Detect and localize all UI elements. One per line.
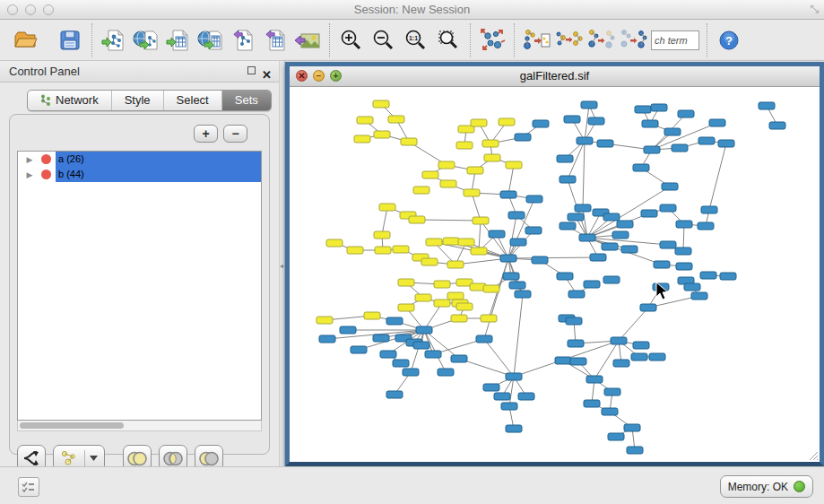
graph-node[interactable]	[506, 425, 522, 432]
graph-node[interactable]	[597, 140, 613, 147]
graph-node[interactable]	[483, 285, 499, 292]
export-image-button[interactable]	[291, 24, 324, 56]
graph-node[interactable]	[401, 138, 417, 145]
graph-node[interactable]	[503, 273, 519, 280]
graph-node[interactable]	[586, 376, 603, 383]
graph-node[interactable]	[456, 303, 473, 310]
graph-node[interactable]	[451, 355, 467, 362]
graph-node[interactable]	[568, 213, 584, 221]
graph-node[interactable]	[579, 234, 595, 241]
graph-node[interactable]	[413, 342, 429, 349]
graph-node[interactable]	[675, 248, 691, 255]
graph-node[interactable]	[557, 155, 573, 162]
graph-node[interactable]	[608, 433, 624, 440]
graph-node[interactable]	[501, 403, 517, 410]
graph-node[interactable]	[375, 247, 391, 254]
graph-node[interactable]	[425, 351, 441, 358]
graph-node[interactable]	[380, 351, 396, 358]
graph-node[interactable]	[635, 106, 651, 113]
graph-node[interactable]	[518, 393, 534, 400]
tab-style[interactable]: Style	[112, 91, 164, 110]
graph-node[interactable]	[525, 227, 542, 234]
graph-node[interactable]	[464, 189, 480, 196]
graph-node[interactable]	[510, 239, 526, 246]
panel-splitter[interactable]: ◂	[279, 61, 285, 466]
graph-node[interactable]	[386, 317, 403, 325]
graph-node[interactable]	[568, 291, 585, 298]
graph-node[interactable]	[447, 261, 464, 268]
graph-node[interactable]	[633, 164, 649, 171]
memory-status-button[interactable]: Memory: OK	[720, 475, 813, 498]
graph-node[interactable]	[456, 142, 473, 149]
graph-node[interactable]	[526, 196, 542, 203]
graph-node[interactable]	[482, 140, 499, 147]
tab-select[interactable]: Select	[164, 91, 222, 110]
scrollbar-thumb[interactable]	[20, 422, 124, 429]
graph-node[interactable]	[467, 167, 483, 174]
graph-node[interactable]	[654, 261, 670, 268]
graph-node[interactable]	[476, 335, 492, 343]
graph-node[interactable]	[500, 255, 516, 262]
tab-sets[interactable]: Sets	[222, 91, 271, 110]
graph-node[interactable]	[403, 369, 419, 376]
open-session-button[interactable]	[9, 24, 41, 56]
graph-node[interactable]	[709, 119, 725, 126]
graph-node[interactable]	[559, 176, 576, 183]
graph-node[interactable]	[379, 204, 395, 211]
graph-node[interactable]	[373, 335, 389, 342]
new-network-from-selection-button[interactable]	[520, 24, 552, 56]
graph-node[interactable]	[631, 353, 647, 361]
list-item[interactable]: ▶ b (44)	[18, 167, 261, 182]
graph-node[interactable]	[483, 384, 499, 391]
graph-node[interactable]	[575, 204, 591, 212]
graph-node[interactable]	[640, 304, 656, 311]
graph-node[interactable]	[700, 272, 716, 279]
graph-node[interactable]	[398, 279, 414, 286]
graph-node[interactable]	[374, 231, 390, 239]
select-first-neighbors-button[interactable]	[552, 24, 585, 56]
graph-node[interactable]	[413, 187, 429, 194]
graph-node[interactable]	[555, 357, 571, 364]
expand-triangle-icon[interactable]: ▶	[18, 170, 41, 179]
graph-node[interactable]	[416, 326, 432, 334]
zoom-out-button[interactable]	[368, 24, 400, 56]
graph-node[interactable]	[642, 120, 658, 127]
graph-node[interactable]	[451, 315, 467, 322]
graph-node[interactable]	[584, 281, 600, 288]
list-item[interactable]: ▶ a (26)	[18, 152, 261, 167]
graph-node[interactable]	[577, 137, 593, 144]
graph-node[interactable]	[584, 400, 600, 407]
graph-node[interactable]	[533, 120, 549, 127]
graph-node[interactable]	[443, 238, 459, 245]
graph-node[interactable]	[769, 122, 785, 129]
graph-node[interactable]	[581, 101, 597, 109]
graph-node[interactable]	[506, 161, 522, 169]
remove-set-button[interactable]: −	[223, 125, 247, 143]
graph-node[interactable]	[676, 263, 692, 270]
graph-node[interactable]	[532, 256, 548, 264]
graph-node[interactable]	[506, 373, 522, 380]
graph-node[interactable]	[676, 221, 692, 228]
graph-node[interactable]	[415, 294, 431, 301]
graph-node[interactable]	[604, 388, 620, 395]
graph-node[interactable]	[515, 134, 531, 141]
graph-node[interactable]	[664, 128, 681, 135]
graph-node[interactable]	[374, 131, 390, 138]
graph-node[interactable]	[386, 391, 403, 398]
graph-node[interactable]	[718, 140, 734, 147]
graph-node[interactable]	[317, 317, 333, 324]
graph-node[interactable]	[678, 110, 694, 117]
graph-node[interactable]	[471, 248, 487, 255]
close-panel-icon[interactable]: ✕	[262, 65, 272, 86]
task-history-button[interactable]	[18, 477, 39, 497]
graph-node[interactable]	[393, 360, 409, 367]
graph-node[interactable]	[590, 254, 606, 261]
graph-node[interactable]	[691, 292, 707, 300]
import-network-file-button[interactable]	[98, 24, 130, 56]
graph-node[interactable]	[588, 117, 604, 125]
graph-node[interactable]	[621, 246, 638, 253]
graph-node[interactable]	[388, 116, 404, 123]
graph-node[interactable]	[458, 239, 474, 246]
zoom-in-button[interactable]	[335, 24, 368, 56]
graph-node[interactable]	[633, 342, 649, 349]
